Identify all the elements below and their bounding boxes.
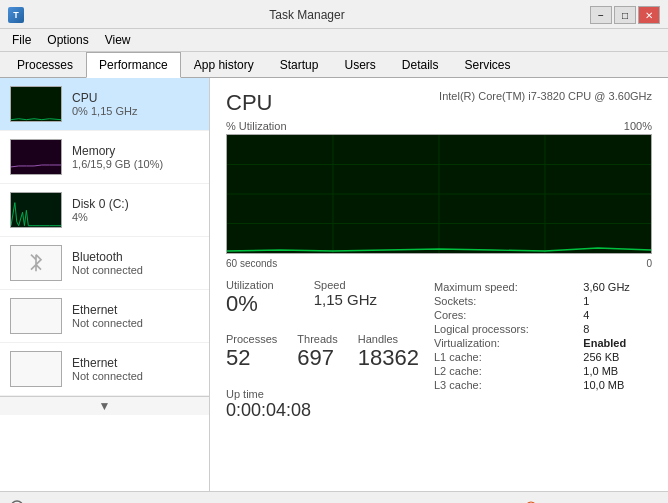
sidebar-item-cpu[interactable]: CPU 0% 1,15 GHz [0, 78, 209, 131]
util-label-row: % Utilization 100% [226, 120, 652, 132]
utilization-caption: Utilization [226, 279, 274, 291]
tab-performance[interactable]: Performance [86, 52, 181, 78]
bluetooth-label: Bluetooth [72, 250, 199, 264]
max-speed-row: Maximum speed: 3,60 GHz [434, 281, 650, 293]
cpu-graph [226, 134, 652, 254]
cpu-graph-svg [227, 135, 651, 253]
virtualization-row: Virtualization: Enabled [434, 337, 650, 349]
sidebar-item-ethernet2[interactable]: Ethernet Not connected [0, 343, 209, 396]
bluetooth-sidebar-value: Not connected [72, 264, 199, 276]
tab-bar: Processes Performance App history Startu… [0, 52, 668, 78]
cpu-sidebar-info: CPU 0% 1,15 GHz [72, 91, 199, 117]
cpu-label: CPU [72, 91, 199, 105]
cores-value: 4 [583, 309, 650, 321]
handles-stat: Handles 18362 [358, 333, 419, 371]
fewer-details-button[interactable]: Fewer details [10, 500, 93, 504]
cpu-title: CPU [226, 90, 272, 116]
max-speed-label: Maximum speed: [434, 281, 581, 293]
sidebar-item-disk[interactable]: Disk 0 (C:) 4% [0, 184, 209, 237]
speed-stat: Speed 1,15 GHz [314, 279, 377, 317]
title-bar: T Task Manager − □ ✕ [0, 0, 668, 29]
menu-options[interactable]: Options [39, 31, 96, 49]
memory-label: Memory [72, 144, 199, 158]
memory-sidebar-info: Memory 1,6/15,9 GB (10%) [72, 144, 199, 170]
sidebar-item-ethernet1[interactable]: Ethernet Not connected [0, 290, 209, 343]
disk-thumb [10, 192, 62, 228]
ethernet2-sidebar-value: Not connected [72, 370, 199, 382]
max-speed-value: 3,60 GHz [583, 281, 650, 293]
speed-value: 1,15 GHz [314, 291, 377, 309]
threads-value: 697 [297, 345, 337, 371]
restore-button[interactable]: □ [614, 6, 636, 24]
l3-cache-row: L3 cache: 10,0 MB [434, 379, 650, 391]
svg-rect-1 [11, 140, 61, 175]
l2-cache-label: L2 cache: [434, 365, 581, 377]
sidebar-item-memory[interactable]: Memory 1,6/15,9 GB (10%) [0, 131, 209, 184]
minimize-button[interactable]: − [590, 6, 612, 24]
tab-processes[interactable]: Processes [4, 52, 86, 78]
cores-label: Cores: [434, 309, 581, 321]
memory-thumb [10, 139, 62, 175]
disk-sidebar-info: Disk 0 (C:) 4% [72, 197, 199, 223]
l3-cache-value: 10,0 MB [583, 379, 650, 391]
window-controls: − □ ✕ [590, 6, 660, 24]
threads-stat: Threads 697 [297, 333, 337, 371]
l3-cache-label: L3 cache: [434, 379, 581, 391]
uptime-stat: Up time 0:00:04:08 [226, 388, 432, 422]
right-panel: CPU Intel(R) Core(TM) i7-3820 CPU @ 3.60… [210, 78, 668, 491]
ethernet1-sidebar-info: Ethernet Not connected [72, 303, 199, 329]
l1-cache-row: L1 cache: 256 KB [434, 351, 650, 363]
processes-caption: Processes [226, 333, 277, 345]
ethernet2-label: Ethernet [72, 356, 199, 370]
utilization-stat: Utilization 0% [226, 279, 274, 317]
tab-details[interactable]: Details [389, 52, 452, 78]
speed-caption: Speed [314, 279, 377, 291]
utilization-value: 0% [226, 291, 274, 317]
time-zero: 0 [646, 258, 652, 269]
title-bar-left: T [8, 7, 24, 23]
sockets-label: Sockets: [434, 295, 581, 307]
logical-proc-row: Logical processors: 8 [434, 323, 650, 335]
uptime-value: 0:00:04:08 [226, 400, 432, 422]
uptime-caption: Up time [226, 388, 432, 400]
cpu-mini-graph [11, 87, 61, 122]
cpu-model: Intel(R) Core(TM) i7-3820 CPU @ 3.60GHz [439, 90, 652, 102]
tab-users[interactable]: Users [331, 52, 388, 78]
tab-services[interactable]: Services [452, 52, 524, 78]
close-button[interactable]: ✕ [638, 6, 660, 24]
footer: Fewer details Open Resource Monitor [0, 491, 668, 503]
memory-mini-graph [11, 140, 61, 175]
sockets-row: Sockets: 1 [434, 295, 650, 307]
util-max-label: 100% [624, 120, 652, 132]
ethernet2-thumb [10, 351, 62, 387]
handles-caption: Handles [358, 333, 419, 345]
ethernet1-thumb [10, 298, 62, 334]
l1-cache-label: L1 cache: [434, 351, 581, 363]
app-icon: T [13, 10, 19, 20]
disk-mini-graph [11, 193, 61, 228]
bluetooth-icon [26, 253, 46, 273]
left-panel: CPU 0% 1,15 GHz Memory 1,6/15,9 GB (10%) [0, 78, 210, 491]
sidebar-item-bluetooth[interactable]: Bluetooth Not connected [0, 237, 209, 290]
scroll-down-arrow[interactable]: ▼ [0, 396, 209, 415]
threads-caption: Threads [297, 333, 337, 345]
stats-grid: Utilization 0% Speed 1,15 GHz Processes … [226, 279, 652, 429]
l1-cache-value: 256 KB [583, 351, 650, 363]
tab-app-history[interactable]: App history [181, 52, 267, 78]
tab-startup[interactable]: Startup [267, 52, 332, 78]
logical-proc-value: 8 [583, 323, 650, 335]
memory-sidebar-value: 1,6/15,9 GB (10%) [72, 158, 199, 170]
sockets-value: 1 [583, 295, 650, 307]
ethernet2-sidebar-info: Ethernet Not connected [72, 356, 199, 382]
disk-sidebar-value: 4% [72, 211, 199, 223]
processes-value: 52 [226, 345, 277, 371]
cores-row: Cores: 4 [434, 309, 650, 321]
processes-stat: Processes 52 [226, 333, 277, 371]
menu-view[interactable]: View [97, 31, 139, 49]
svg-rect-0 [11, 87, 61, 122]
main-content: CPU 0% 1,15 GHz Memory 1,6/15,9 GB (10%) [0, 78, 668, 491]
menu-file[interactable]: File [4, 31, 39, 49]
cpu-thumb [10, 86, 62, 122]
virtualization-label: Virtualization: [434, 337, 581, 349]
bluetooth-sidebar-info: Bluetooth Not connected [72, 250, 199, 276]
